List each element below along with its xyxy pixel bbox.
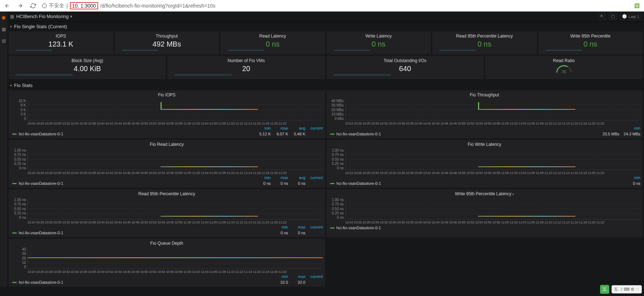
panel-title[interactable]: Read 95th Percentile Latency (11, 191, 323, 198)
chart-panel[interactable]: Fio Throughput 40 MBs30 MBs20 MBs10 MBs0… (327, 90, 643, 138)
info-icon (42, 3, 47, 8)
plot-area[interactable] (345, 148, 641, 170)
chart-panel[interactable]: Write 95th Percentile Latency▾ 1.00 ns0.… (327, 189, 643, 237)
panel-title[interactable]: Fio Write Latency (329, 141, 641, 148)
y-axis: 1.00 ns0.75 ns0.50 ns0.25 ns0 ns (329, 148, 345, 170)
chevron-down-icon: ▾ (512, 192, 514, 196)
plot-area[interactable] (27, 148, 323, 170)
y-axis: 1.00 ns0.75 ns0.50 ns0.25 ns0 ns (11, 198, 27, 219)
reload-button[interactable] (29, 1, 38, 10)
legend-series: hci-fio-vsanDatastore-0-1 (19, 181, 254, 186)
legend-value: 0 ns (275, 181, 288, 186)
legend-series: hci-fio-vsanDatastore-0-1 (19, 280, 271, 284)
stat-panel[interactable]: IOPS 123.1 K (9, 31, 113, 55)
row-single-stats[interactable]: ▾ Fio Single Stats (Current) (7, 22, 644, 31)
address-bar[interactable]: 不安全 | 10. 1:3000/d/fio/hcibench-fio-moni… (42, 2, 628, 9)
apps-icon[interactable]: ▤ (2, 38, 6, 43)
dashboard-icon: ▦ (10, 14, 14, 19)
legend-swatch (330, 134, 334, 135)
stats-row-2: Block Size (Avg) 4.00 KiB Number of Fio … (7, 56, 644, 80)
time-picker-button[interactable]: 🕓 Last 1 (620, 13, 641, 20)
legend-swatch (12, 183, 17, 184)
stat-title: Read 95th Percentile Latency (432, 34, 537, 39)
legend-series: hci-fio-vsanDatastore-0-1 (19, 231, 271, 235)
stat-panel[interactable]: Write Latency 0 ns (327, 31, 431, 55)
legend-swatch (12, 232, 17, 234)
url-host: 10. 1:3000 (70, 2, 98, 9)
stat-value: 20 (167, 65, 325, 73)
stat-panel[interactable]: Write 95th Percentile 0 ns (538, 31, 643, 55)
panels-grid: Fio IOPS 10 K8 K5 K3 K0 10:24 10:26 10:2… (7, 90, 644, 287)
plot-area[interactable] (27, 247, 323, 269)
stat-value: 0 ns (538, 40, 643, 48)
panel-title[interactable]: Fio Read Latency (11, 141, 323, 148)
plot-area[interactable] (27, 198, 323, 219)
row-title: Fio Single Stats (Current) (14, 24, 67, 29)
legend-swatch (330, 183, 334, 184)
x-axis: 10:24 10:26 10:28 10:30 10:32 10:34 10:3… (329, 219, 641, 224)
legend-series: hci-fio-vsanDatastore-0-1 (337, 226, 641, 230)
chart-panel[interactable]: Fio IOPS 10 K8 K5 K3 K0 10:24 10:26 10:2… (9, 90, 325, 138)
legend-row[interactable]: hci-fio-vsanDatastore-0-1 (329, 224, 641, 230)
panel-title[interactable]: Fio Queue Depth (11, 240, 323, 247)
stat-panel[interactable]: Block Size (Avg) 4.00 KiB (9, 56, 166, 79)
x-axis: 10:24 10:26 10:28 10:30 10:32 10:34 10:3… (11, 269, 323, 274)
chart-trace (161, 216, 258, 217)
legend-row[interactable]: hci-fio-vsanDatastore-0-1 5.12 K6.07 K5.… (11, 130, 323, 136)
url-path: /d/fio/hcibench-fio-monitoring?orgId=1&r… (100, 3, 215, 9)
dashboards-icon[interactable]: ▦ (2, 27, 6, 32)
row-fio-stats[interactable]: ▾ Fio Stats (7, 80, 644, 90)
legend-row[interactable]: hci-fio-vsanDatastore-0-1 20.5 MBs24.3 M… (329, 130, 641, 136)
sparkline (16, 74, 159, 75)
panel-title[interactable]: Fio Throughput (329, 92, 641, 99)
legend-row[interactable]: hci-fio-vsanDatastore-0-1 0 ns0 ns (11, 229, 323, 235)
stat-panel[interactable]: Number of Fio VMs 20 (167, 56, 325, 79)
legend-swatch (12, 282, 17, 283)
forward-button[interactable] (16, 1, 25, 10)
stat-title: Number of Fio VMs (167, 58, 325, 63)
tv-mode-button[interactable]: 🖵 (609, 13, 617, 20)
y-axis: 403020100 (11, 247, 27, 269)
grafana-logo-icon[interactable]: ◉ (1, 14, 6, 20)
stat-value: 4.00 KiB (9, 65, 166, 73)
x-axis: 10:24 10:26 10:28 10:30 10:32 10:34 10:3… (11, 121, 323, 125)
ime-badge[interactable]: 五 (600, 285, 609, 287)
legend-series: hci-fio-vsanDatastore-0-1 (19, 132, 254, 136)
share-button[interactable]: ⇱ (599, 13, 605, 20)
legend-row[interactable]: hci-fio-vsanDatastore-0-1 0 ns0 ns0 ns (11, 180, 323, 186)
chart-panel[interactable]: Fio Queue Depth 403020100 10:24 10:26 10… (9, 239, 325, 287)
y-axis: 1.00 ns0.75 ns0.50 ns0.25 ns0 ns (329, 198, 345, 219)
legend-row[interactable]: hci-fio-vsanDatastore-0-1 0 ns (329, 180, 641, 186)
stat-panel[interactable]: Throughput 492 MBs (115, 31, 219, 55)
chart-panel[interactable]: Fio Read Latency 1.00 ns0.75 ns0.50 ns0.… (9, 140, 325, 188)
stat-panel[interactable]: Read Latency 0 ns (220, 31, 325, 55)
chart-trace (161, 166, 258, 167)
chart-panel[interactable]: Read 95th Percentile Latency 1.00 ns0.75… (9, 189, 325, 237)
stats-row-1: IOPS 123.1 K Throughput 492 MBs Read Lat… (7, 31, 644, 56)
back-button[interactable] (3, 1, 12, 10)
plot-area[interactable] (27, 99, 323, 121)
dashboard-title[interactable]: HCIBench Fio Monitoring▾ (16, 14, 73, 19)
legend-value: 6.07 K (275, 132, 288, 136)
legend-value: 24.3 MBs (624, 132, 640, 136)
plot-area[interactable] (345, 99, 641, 121)
stat-panel[interactable]: Read 95th Percentile Latency 0 ns (432, 31, 537, 55)
legend-row[interactable]: hci-fio-vsanDatastore-0-1 32.032.0 (11, 279, 323, 284)
stat-panel[interactable]: Read Ratio 70 (485, 56, 643, 79)
chart-panel[interactable]: Fio Write Latency 1.00 ns0.75 ns0.50 ns0… (327, 140, 643, 188)
chart-trace (478, 109, 575, 110)
stat-panel[interactable]: Total Outstanding I/Os 640 (327, 56, 484, 79)
plot-area[interactable] (345, 198, 641, 219)
grafana-sidebar: ◉ ▦ ▤ (0, 12, 7, 287)
y-axis: 40 MBs30 MBs20 MBs10 MBs0 kBs (329, 99, 345, 121)
chevron-down-icon: ▾ (10, 83, 12, 87)
legend-swatch (330, 227, 334, 228)
translate-icon[interactable]: 🈯 (633, 2, 641, 10)
legend-header: minmaxcurrent (11, 274, 323, 279)
legend-value: 0 ns (293, 231, 306, 235)
system-tray[interactable]: 五 ☽ ⌨ ⚙ ⋯ (612, 285, 642, 287)
legend-value: 0 ns (627, 181, 640, 186)
panel-title[interactable]: Fio IOPS (11, 92, 323, 99)
sparkline (175, 74, 317, 75)
panel-title[interactable]: Write 95th Percentile Latency▾ (329, 191, 641, 198)
